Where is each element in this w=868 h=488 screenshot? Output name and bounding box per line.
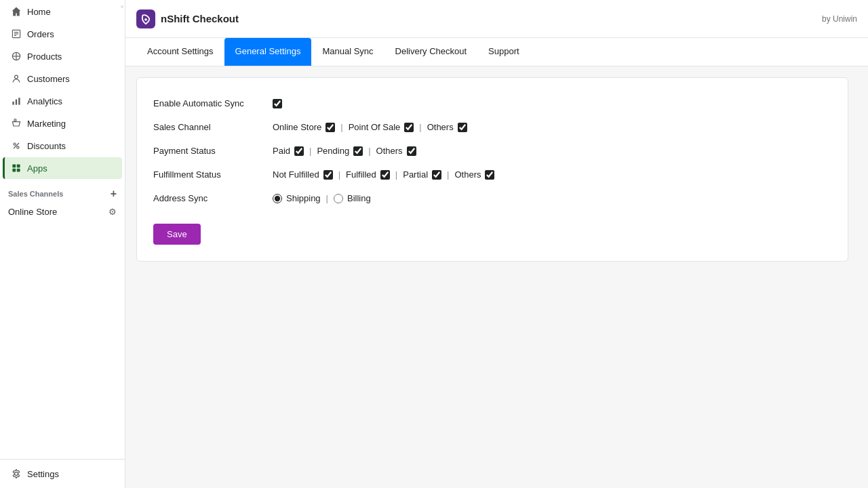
sales-channel-online-store[interactable]: Online Store ⚙	[0, 203, 125, 221]
tab-manual-sync[interactable]: Manual Sync	[311, 38, 384, 66]
address-sync-label: Address Sync	[153, 193, 262, 203]
svg-rect-10	[18, 98, 20, 104]
fulfilled-label: Fulfilled	[346, 169, 376, 180]
separator-6: |	[395, 169, 397, 180]
separator-5: |	[338, 169, 340, 180]
partial-label: Partial	[403, 169, 428, 180]
shipping-label: Shipping	[286, 193, 321, 203]
enable-auto-sync-checkbox[interactable]	[273, 99, 282, 108]
enable-auto-sync-row: Enable Automatic Sync	[153, 92, 831, 115]
products-icon	[11, 51, 22, 62]
tab-general-settings[interactable]: General Settings	[224, 38, 312, 66]
marketing-icon	[11, 118, 22, 129]
tab-delivery-checkout[interactable]: Delivery Checkout	[384, 38, 478, 66]
separator-2: |	[419, 122, 421, 132]
sales-channel-controls: Online Store | Point Of Sale | Others	[273, 122, 467, 132]
billing-label: Billing	[347, 193, 371, 203]
sales-others-checkbox[interactable]	[458, 123, 467, 132]
svg-rect-15	[12, 164, 16, 167]
fulfillment-status-controls: Not Fulfilled | Fulfilled | Partial | Ot…	[273, 169, 494, 180]
separator-3: |	[309, 146, 311, 156]
brand-name: nShift Checkout	[161, 13, 239, 24]
svg-point-19	[15, 472, 18, 476]
sidebar-item-discounts[interactable]: Discounts	[3, 135, 122, 157]
svg-point-12	[14, 143, 16, 145]
settings-icon	[11, 468, 22, 479]
apps-icon	[11, 163, 22, 174]
payment-status-label: Payment Status	[153, 146, 262, 156]
payment-status-controls: Paid | Pending | Others	[273, 146, 416, 156]
separator-7: |	[447, 169, 449, 180]
svg-rect-9	[16, 100, 17, 105]
sidebar-item-marketing[interactable]: Marketing	[3, 113, 122, 134]
save-button[interactable]: Save	[153, 224, 201, 245]
sidebar-nav: Home Orders Products Customers Analytics	[0, 0, 125, 180]
fulfillment-status-row: Fulfillment Status Not Fulfilled | Fulfi…	[153, 163, 831, 186]
paid-label: Paid	[273, 146, 290, 156]
sidebar-item-home[interactable]: Home	[3, 1, 122, 22]
sidebar-item-products[interactable]: Products	[3, 45, 122, 67]
svg-point-13	[17, 146, 19, 148]
sidebar-item-orders[interactable]: Orders	[3, 23, 122, 45]
by-label: by Uniwin	[822, 14, 857, 24]
sales-channels-section: Sales channels +	[0, 180, 125, 203]
svg-point-20	[144, 18, 147, 21]
sidebar-bottom: Settings	[0, 459, 125, 488]
sidebar-item-analytics[interactable]: Analytics	[3, 90, 122, 112]
topbar: nShift Checkout by Uniwin	[125, 0, 868, 38]
fulfilled-checkbox[interactable]	[380, 170, 390, 180]
online-store-checkbox[interactable]	[326, 123, 335, 132]
tab-account-settings[interactable]: Account Settings	[136, 38, 224, 66]
billing-radio[interactable]	[334, 194, 343, 203]
svg-rect-18	[17, 169, 20, 172]
online-store-label: Online Store	[273, 122, 321, 132]
enable-auto-sync-controls	[273, 99, 282, 108]
sales-channel-row: Sales Channel Online Store | Point Of Sa…	[153, 115, 831, 139]
enable-auto-sync-label: Enable Automatic Sync	[153, 98, 262, 108]
discounts-icon	[11, 140, 22, 151]
sidebar-item-customers[interactable]: Customers	[3, 68, 122, 89]
point-of-sale-checkbox[interactable]	[404, 123, 414, 132]
address-sync-controls: Shipping | Billing	[273, 193, 371, 203]
paid-checkbox[interactable]	[294, 146, 304, 156]
add-sales-channel-icon[interactable]: +	[111, 188, 117, 200]
svg-rect-8	[12, 102, 14, 105]
sales-others-label: Others	[427, 122, 454, 132]
svg-line-14	[14, 143, 19, 148]
app-brand: nShift Checkout	[136, 9, 239, 28]
home-icon	[11, 6, 22, 17]
sales-channel-label: Sales Channel	[153, 122, 262, 132]
separator-8: |	[326, 193, 328, 203]
svg-point-7	[15, 75, 18, 79]
settings-inline-icon: ⚙	[108, 207, 117, 217]
partial-checkbox[interactable]	[432, 170, 441, 180]
payment-others-checkbox[interactable]	[407, 146, 416, 156]
fulfillment-others-label: Others	[454, 169, 481, 180]
settings-card: Enable Automatic Sync Sales Channel Onli…	[136, 77, 848, 262]
svg-point-11	[14, 119, 16, 121]
sidebar-item-settings[interactable]: Settings	[3, 463, 122, 485]
not-fulfilled-checkbox[interactable]	[323, 170, 333, 180]
svg-rect-16	[17, 164, 20, 167]
address-sync-row: Address Sync Shipping | Billing	[153, 186, 831, 210]
orders-icon	[11, 28, 22, 39]
separator-4: |	[368, 146, 370, 156]
separator-1: |	[340, 122, 342, 132]
not-fulfilled-label: Not Fulfilled	[273, 169, 319, 180]
fulfillment-status-label: Fulfillment Status	[153, 169, 262, 180]
point-of-sale-label: Point Of Sale	[349, 122, 401, 132]
tab-support[interactable]: Support	[477, 38, 530, 66]
pending-label: Pending	[317, 146, 349, 156]
tabs-bar: Account Settings General Settings Manual…	[125, 38, 868, 66]
fulfillment-others-checkbox[interactable]	[485, 170, 494, 180]
payment-status-row: Payment Status Paid | Pending | Others	[153, 139, 831, 163]
svg-rect-17	[12, 169, 16, 172]
content-area: Enable Automatic Sync Sales Channel Onli…	[125, 66, 868, 488]
sidebar: Home Orders Products Customers Analytics	[0, 0, 125, 488]
sidebar-item-apps[interactable]: Apps	[3, 157, 122, 179]
brand-logo	[136, 9, 155, 28]
payment-others-label: Others	[376, 146, 403, 156]
customers-icon	[11, 73, 22, 84]
shipping-radio[interactable]	[273, 194, 282, 203]
pending-checkbox[interactable]	[353, 146, 363, 156]
